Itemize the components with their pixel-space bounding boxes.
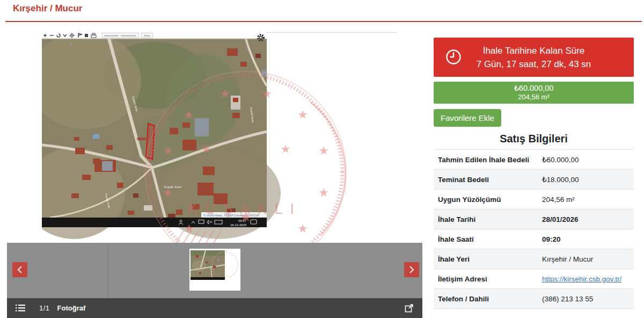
table-row: Uygun Yüzölçümü 204,56 m² bbox=[434, 190, 634, 209]
contact-address-link[interactable]: https://kirsehir.csb.gov.tr/ bbox=[542, 275, 621, 283]
row-value: 204,56 m² bbox=[538, 190, 634, 209]
row-value: https://kirsehir.csb.gov.tr/ bbox=[538, 269, 634, 289]
clock-icon bbox=[445, 49, 462, 65]
sales-info-title: Satış Bilgileri bbox=[434, 133, 634, 145]
sale-info-panel: İhale Tarihine Kalan Süre 7 Gün, 17 saat… bbox=[434, 38, 634, 309]
row-value: Kırşehir / Mucur bbox=[538, 249, 634, 269]
auction-detail-page: Kırşehir / Mucur bbox=[0, 0, 644, 318]
watermark-text: KUŞAKLI bbox=[188, 201, 302, 217]
table-row: İhale Yeri Kırşehir / Mucur bbox=[434, 249, 634, 269]
svg-text:★: ★ bbox=[201, 142, 211, 156]
row-label: Teminat Bedeli bbox=[434, 170, 538, 190]
price-banner: ₺60.000,00 204,56 m² bbox=[434, 82, 634, 104]
add-to-favorites-button[interactable]: Favorilere Ekle bbox=[434, 109, 501, 127]
thumbnail-list-icon[interactable] bbox=[16, 304, 25, 312]
row-label: Uygun Yüzölçümü bbox=[434, 190, 538, 209]
stop-icon bbox=[85, 34, 88, 37]
svg-text:★: ★ bbox=[280, 142, 291, 156]
svg-text:★: ★ bbox=[184, 108, 194, 121]
svg-text:★: ★ bbox=[219, 87, 230, 100]
property-photo: Kuşaklı Evler Kuşaklı Evler Kuşaklı Evle… bbox=[42, 32, 397, 243]
row-value: (386) 213 13 55 bbox=[538, 289, 634, 309]
expand-icon bbox=[405, 303, 414, 313]
svg-text:★: ★ bbox=[297, 222, 308, 235]
row-label: İhale Tarihi bbox=[434, 209, 538, 229]
svg-text:★: ★ bbox=[163, 144, 173, 157]
countdown-banner: İhale Tarihine Kalan Süre 7 Gün, 17 saat… bbox=[434, 38, 634, 77]
row-value: 28/01/2026 bbox=[538, 209, 634, 229]
svg-text:★: ★ bbox=[297, 108, 308, 121]
gis-toolbar bbox=[42, 32, 267, 39]
parcel-area: 204,56 m² bbox=[434, 93, 634, 102]
photo-gallery: Kuşaklı Evler Kuşaklı Evler Kuşaklı Evle… bbox=[7, 32, 422, 318]
row-label: İhale Yeri bbox=[434, 249, 538, 269]
prev-photo-button[interactable] bbox=[12, 262, 27, 277]
countdown-title: İhale Tarihine Kalan Süre bbox=[434, 44, 634, 57]
row-value: 09:20 bbox=[538, 229, 634, 249]
gallery-toolbar: 1/1 Fotoğraf bbox=[7, 298, 422, 318]
row-label: Tahmin Edilen İhale Bedeli bbox=[434, 150, 538, 170]
windows-taskbar: 09:57 16.12.2025 bbox=[42, 218, 267, 227]
table-row: İhale Tarihi 28/01/2026 bbox=[434, 209, 634, 229]
sales-table-body: Tahmin Edilen İhale Bedeli ₺60.000,00 Te… bbox=[434, 150, 634, 309]
breadcrumb: Kırşehir / Mucur bbox=[13, 3, 82, 14]
svg-text:★: ★ bbox=[184, 222, 194, 235]
next-photo-button[interactable] bbox=[404, 262, 419, 277]
thumbnail-separator bbox=[108, 243, 108, 298]
table-row: İletişim Adresi https://kirsehir.csb.gov… bbox=[434, 269, 634, 289]
estimated-price: ₺60.000,00 bbox=[434, 84, 634, 93]
chevron-left-icon bbox=[17, 265, 23, 274]
table-row: Teminat Bedeli ₺18.000,00 bbox=[434, 170, 634, 190]
row-label: Telefon / Dahili bbox=[434, 289, 538, 309]
fullscreen-button[interactable] bbox=[405, 303, 414, 313]
countdown-remaining: 7 Gün, 17 saat, 27 dk, 43 sn bbox=[434, 57, 634, 71]
table-row: Telefon / Dahili (386) 213 13 55 bbox=[434, 289, 634, 309]
svg-text:★: ★ bbox=[318, 186, 329, 199]
sales-info-table: Tahmin Edilen İhale Bedeli ₺60.000,00 Te… bbox=[434, 149, 634, 309]
thumbnail-bar bbox=[7, 243, 422, 298]
gallery-stage: Kuşaklı Evler Kuşaklı Evler Kuşaklı Evle… bbox=[7, 32, 422, 243]
table-row: Tahmin Edilen İhale Bedeli ₺60.000,00 bbox=[434, 150, 634, 170]
row-label: İhale Saati bbox=[434, 229, 538, 249]
row-value: ₺18.000,00 bbox=[538, 170, 634, 190]
row-value: ₺60.000,00 bbox=[538, 150, 634, 170]
row-label: İletişim Adresi bbox=[434, 269, 538, 289]
gis-screenshot-image: Kuşaklı Evler Kuşaklı Evler Kuşaklı Evle… bbox=[42, 32, 397, 243]
chevron-right-icon bbox=[408, 265, 415, 274]
svg-text:★: ★ bbox=[163, 186, 173, 199]
photo-thumbnail[interactable] bbox=[189, 249, 240, 291]
photo-counter: 1/1 bbox=[39, 304, 50, 312]
svg-text:★: ★ bbox=[318, 144, 329, 157]
header-divider bbox=[5, 21, 642, 22]
table-row: İhale Saati 09:20 bbox=[434, 229, 634, 249]
svg-text:★: ★ bbox=[261, 87, 272, 100]
media-type-label: Fotoğraf bbox=[57, 304, 86, 312]
